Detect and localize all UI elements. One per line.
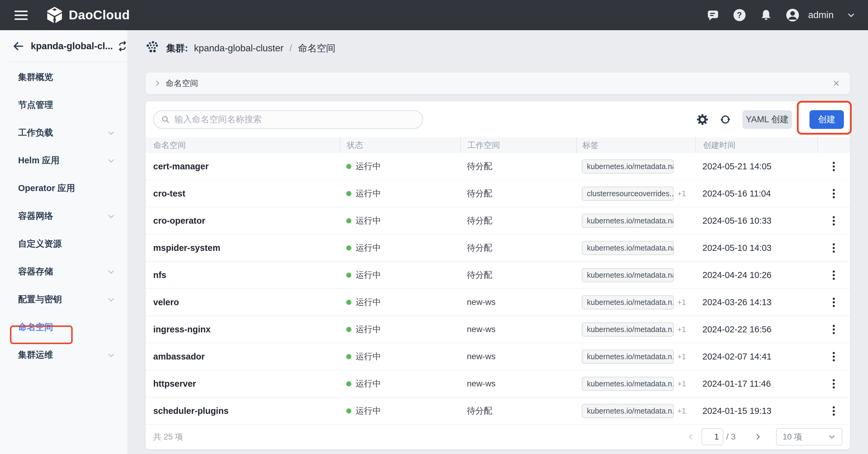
daocloud-cube-icon bbox=[45, 6, 64, 24]
label-chip[interactable]: kubernetes.io/metadata.n... bbox=[582, 377, 674, 391]
kebab-menu-icon[interactable] bbox=[829, 186, 839, 202]
status-dot bbox=[346, 327, 351, 332]
sidebar-item-helm-apps[interactable]: Helm 应用 bbox=[0, 147, 127, 174]
kebab-menu-icon[interactable] bbox=[829, 376, 839, 392]
table-row[interactable]: httpserver 运行中 new-ws kubernetes.io/meta… bbox=[146, 370, 850, 398]
sidebar-item-node-management[interactable]: 节点管理 bbox=[0, 91, 127, 119]
sidebar-item-config-secrets[interactable]: 配置与密钥 bbox=[0, 286, 127, 313]
close-icon[interactable]: × bbox=[831, 78, 842, 89]
sidebar-item-workloads[interactable]: 工作负载 bbox=[0, 119, 127, 147]
kebab-menu-icon[interactable] bbox=[829, 240, 839, 256]
created-time: 2024-02-07 14:41 bbox=[703, 352, 772, 362]
label-chip[interactable]: clusterresourceoverrides.... bbox=[582, 187, 674, 201]
chevron-down-icon[interactable] bbox=[847, 11, 855, 19]
sidebar-item-namespaces[interactable]: 命名空间 bbox=[0, 313, 127, 341]
search-box[interactable] bbox=[153, 110, 423, 129]
label-chip[interactable]: kubernetes.io/metadata.n... bbox=[582, 404, 674, 418]
status-text: 运行中 bbox=[355, 215, 381, 226]
workspace-value: 待分配 bbox=[467, 188, 492, 199]
hamburger-menu-icon[interactable] bbox=[14, 8, 28, 22]
label-chip[interactable]: kubernetes.io/metadata.n... bbox=[582, 295, 674, 309]
column-header-labels[interactable]: 标签 bbox=[576, 137, 695, 153]
table-row[interactable]: nfs 运行中 待分配 kubernetes.io/metadata.nam..… bbox=[146, 262, 850, 289]
label-chip[interactable]: kubernetes.io/metadata.nam... bbox=[582, 268, 674, 282]
table-row[interactable]: ambassador 运行中 new-ws kubernetes.io/meta… bbox=[146, 343, 850, 370]
created-time: 2024-05-16 10:33 bbox=[703, 216, 772, 226]
namespace-name[interactable]: ingress-nginx bbox=[153, 324, 211, 335]
status-text: 运行中 bbox=[355, 378, 381, 389]
label-chip[interactable]: kubernetes.io/metadata.nam... bbox=[582, 214, 674, 228]
status-dot bbox=[346, 246, 351, 251]
workspace-value: 待分配 bbox=[467, 242, 492, 254]
tab-namespaces[interactable]: 命名空间 × bbox=[146, 73, 850, 94]
label-chip[interactable]: kubernetes.io/metadata.n... bbox=[582, 322, 674, 337]
topbar: DaoCloud ? bbox=[0, 0, 868, 30]
kebab-menu-icon[interactable] bbox=[829, 349, 839, 365]
status-dot bbox=[346, 273, 351, 278]
table-row[interactable]: velero 运行中 new-ws kubernetes.io/metadata… bbox=[146, 289, 850, 316]
table-row[interactable]: mspider-system 运行中 待分配 kubernetes.io/met… bbox=[146, 234, 850, 262]
help-icon[interactable]: ? bbox=[733, 8, 746, 22]
created-time: 2024-02-22 16:56 bbox=[703, 324, 772, 335]
label-chip[interactable]: kubernetes.io/metadata.nam... bbox=[582, 160, 674, 174]
cluster-dots-icon bbox=[146, 40, 160, 56]
label-chip[interactable]: kubernetes.io/metadata.n... bbox=[582, 349, 674, 364]
namespace-name[interactable]: cro-operator bbox=[153, 216, 205, 226]
search-input[interactable] bbox=[174, 114, 415, 124]
namespace-name[interactable]: cert-manager bbox=[153, 162, 209, 171]
namespace-name[interactable]: mspider-system bbox=[153, 243, 220, 253]
kebab-menu-icon[interactable] bbox=[829, 159, 839, 174]
breadcrumb-current: 命名空间 bbox=[298, 42, 335, 55]
created-time: 2024-01-15 19:13 bbox=[703, 406, 772, 416]
namespace-name[interactable]: ambassador bbox=[153, 352, 205, 362]
kebab-menu-icon[interactable] bbox=[829, 213, 839, 229]
settings-gear-icon[interactable] bbox=[694, 111, 711, 128]
label-chip[interactable]: kubernetes.io/metadata.nam... bbox=[582, 241, 674, 255]
next-page-icon[interactable] bbox=[751, 430, 765, 444]
column-header-namespace[interactable]: 命名空间 bbox=[146, 137, 340, 153]
message-icon[interactable] bbox=[706, 8, 720, 22]
table-row[interactable]: scheduler-plugins 运行中 待分配 kubernetes.io/… bbox=[146, 398, 850, 425]
table-row[interactable]: ingress-nginx 运行中 new-ws kubernetes.io/m… bbox=[146, 316, 850, 343]
status-dot bbox=[346, 218, 351, 223]
breadcrumb-prefix: 集群: bbox=[166, 42, 188, 55]
kebab-menu-icon[interactable] bbox=[829, 267, 839, 283]
namespace-name[interactable]: cro-test bbox=[153, 189, 185, 199]
sidebar-item-custom-resources[interactable]: 自定义资源 bbox=[0, 230, 127, 258]
page-number-input[interactable] bbox=[702, 428, 723, 445]
username[interactable]: admin bbox=[808, 10, 834, 21]
table-row[interactable]: cro-test 运行中 待分配 clusterresourceoverride… bbox=[146, 180, 850, 207]
cluster-name[interactable]: kpanda-global-cl... bbox=[31, 41, 113, 52]
table-row[interactable]: cert-manager 运行中 待分配 kubernetes.io/metad… bbox=[146, 153, 850, 180]
create-button[interactable]: 创建 bbox=[809, 110, 844, 129]
namespace-name[interactable]: velero bbox=[153, 297, 179, 307]
column-header-created[interactable]: 创建时间 bbox=[695, 137, 817, 153]
sidebar-item-cluster-ops[interactable]: 集群运维 bbox=[0, 341, 127, 369]
switch-cluster-icon[interactable] bbox=[117, 41, 128, 52]
sidebar-item-container-storage[interactable]: 容器存储 bbox=[0, 258, 127, 286]
daocloud-logo[interactable]: DaoCloud bbox=[45, 6, 130, 24]
namespace-name[interactable]: nfs bbox=[153, 270, 166, 280]
screen: DaoCloud ? bbox=[0, 0, 868, 454]
page-size-select[interactable]: 10 项 bbox=[776, 428, 842, 446]
column-header-workspace[interactable]: 工作空间 bbox=[460, 137, 576, 153]
prev-page-icon[interactable] bbox=[684, 430, 697, 444]
sidebar-item-container-network[interactable]: 容器网络 bbox=[0, 202, 127, 230]
kebab-menu-icon[interactable] bbox=[829, 403, 839, 419]
column-header-status[interactable]: 状态 bbox=[340, 137, 460, 153]
back-arrow-icon[interactable] bbox=[13, 40, 24, 52]
kebab-menu-icon[interactable] bbox=[829, 321, 839, 338]
yaml-create-button[interactable]: YAML 创建 bbox=[743, 110, 792, 129]
sidebar-item-operator-apps[interactable]: Operator 应用 bbox=[0, 174, 127, 202]
kebab-menu-icon[interactable] bbox=[829, 294, 839, 310]
refresh-icon[interactable] bbox=[717, 111, 734, 128]
table-row[interactable]: cro-operator 运行中 待分配 kubernetes.io/metad… bbox=[146, 207, 850, 234]
sidebar-item-cluster-overview[interactable]: 集群概览 bbox=[0, 63, 127, 91]
breadcrumb-cluster-link[interactable]: kpanda-global-cluster bbox=[194, 43, 283, 54]
bell-icon[interactable] bbox=[760, 8, 773, 22]
namespace-name[interactable]: httpserver bbox=[153, 379, 196, 389]
table-body: cert-manager 运行中 待分配 kubernetes.io/metad… bbox=[146, 153, 850, 425]
namespace-name[interactable]: scheduler-plugins bbox=[153, 406, 228, 416]
status-dot bbox=[346, 354, 351, 359]
avatar[interactable] bbox=[786, 8, 799, 22]
